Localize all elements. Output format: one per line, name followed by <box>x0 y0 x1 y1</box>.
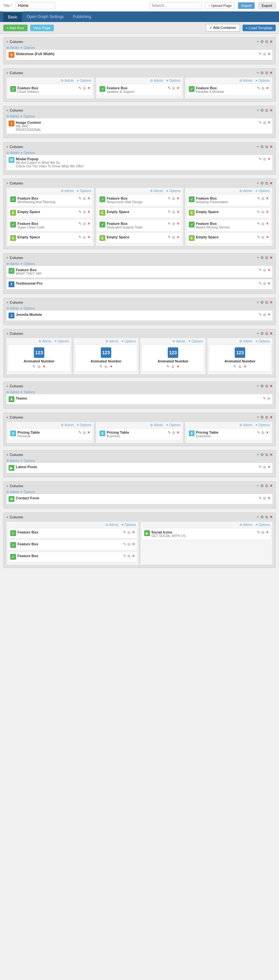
del-icon[interactable]: ✕ <box>266 430 269 435</box>
tab-opengraph[interactable]: Open Graph Settings <box>22 12 68 22</box>
edit-icon[interactable]: ✎ <box>166 364 170 369</box>
admin-link[interactable]: ⚙ Admin <box>6 151 19 154</box>
add-icon[interactable]: + <box>257 331 259 336</box>
options-link[interactable]: ✦ Options <box>121 523 136 527</box>
edit-icon[interactable]: ✎ <box>123 530 126 535</box>
edit-icon[interactable]: ✎ <box>258 496 262 500</box>
del-icon[interactable]: ✕ <box>266 235 269 239</box>
edit-icon[interactable]: ✎ <box>233 364 236 369</box>
edit-icon[interactable]: ✎ <box>168 86 171 90</box>
del-icon[interactable]: ✕ <box>177 86 179 90</box>
edit-icon[interactable]: ✎ <box>258 465 262 469</box>
settings-icon[interactable]: ⚙ <box>260 515 264 519</box>
options-link[interactable]: ✦ Options <box>76 79 91 83</box>
settings-icon[interactable]: ⚙ <box>260 108 264 113</box>
options-link[interactable]: ✦ Options <box>54 339 69 343</box>
edit-icon[interactable]: ✎ <box>32 364 35 369</box>
view-page-button[interactable]: View Page <box>30 25 54 31</box>
del-icon[interactable]: ✕ <box>109 364 113 369</box>
edit-icon[interactable]: ✎ <box>257 430 260 435</box>
del-icon[interactable]: ✕ <box>268 157 271 161</box>
plus-icon[interactable]: + <box>6 256 8 260</box>
options-link[interactable]: ✦ Options <box>20 307 35 310</box>
dupe-icon[interactable]: ◎ <box>37 364 41 369</box>
settings-icon[interactable]: ⚙ <box>260 484 264 488</box>
dupe-icon[interactable]: ◎ <box>172 430 175 435</box>
settings-icon[interactable]: ⚙ <box>260 415 264 420</box>
delete-icon[interactable]: ✕ <box>269 331 273 336</box>
dupe-icon[interactable]: ◎ <box>172 210 175 214</box>
dupe-icon[interactable]: ◎ <box>105 364 108 369</box>
edit-icon[interactable]: ✎ <box>258 313 262 317</box>
del-icon[interactable]: ✕ <box>268 121 271 125</box>
options-link[interactable]: ✦ Options <box>188 339 203 343</box>
edit-icon[interactable]: ✎ <box>78 430 81 435</box>
dupe-icon[interactable]: ◎ <box>83 210 86 214</box>
edit-icon[interactable]: ✎ <box>168 235 171 239</box>
options-link[interactable]: ✦ Options <box>255 523 270 527</box>
admin-link[interactable]: ⚙ Admin <box>6 459 19 463</box>
del-icon[interactable]: ✕ <box>266 222 269 226</box>
dupe-icon[interactable]: ◎ <box>263 282 266 286</box>
admin-link[interactable]: ⚙ Admin <box>61 79 74 83</box>
add-icon[interactable]: + <box>257 71 259 75</box>
add-icon[interactable]: + <box>257 181 259 186</box>
options-link[interactable]: ✦ Options <box>20 262 35 266</box>
options-link[interactable]: ✦ Options <box>20 115 35 118</box>
edit-icon[interactable]: ✎ <box>78 196 81 200</box>
plus-icon[interactable]: + <box>6 384 8 388</box>
del-icon[interactable]: ✕ <box>266 210 269 214</box>
options-link[interactable]: ✦ Options <box>255 189 270 193</box>
copy-icon[interactable]: ⧉ <box>265 384 268 388</box>
delete-icon[interactable]: ✕ <box>269 300 273 305</box>
dupe-icon[interactable]: ◎ <box>263 157 266 161</box>
delete-icon[interactable]: ✕ <box>269 484 273 488</box>
admin-link[interactable]: ⚙ Admin <box>239 79 252 83</box>
edit-icon[interactable]: ✎ <box>257 196 260 200</box>
del-icon[interactable]: ✕ <box>87 222 90 226</box>
delete-icon[interactable]: ✕ <box>269 255 273 260</box>
edit-icon[interactable]: ✎ <box>257 86 260 90</box>
dupe-icon[interactable]: ◎ <box>83 235 86 239</box>
dupe-icon[interactable]: ◎ <box>172 196 175 200</box>
settings-icon[interactable]: ⚙ <box>260 331 264 336</box>
add-icon[interactable]: + <box>257 515 259 519</box>
options-link[interactable]: ✦ Options <box>76 423 91 427</box>
dupe-icon[interactable]: ◎ <box>171 364 174 369</box>
add-icon[interactable]: + <box>257 452 259 457</box>
copy-icon[interactable]: ⧉ <box>265 415 268 420</box>
delete-icon[interactable]: ✕ <box>269 452 273 457</box>
load-template-button[interactable]: + Load Template <box>243 25 276 31</box>
delete-icon[interactable]: ✕ <box>269 71 273 75</box>
admin-link[interactable]: ⚙ Admin <box>6 390 19 394</box>
add-icon[interactable]: + <box>257 415 259 420</box>
copy-icon[interactable]: ⧉ <box>265 40 268 44</box>
del-icon[interactable]: ✕ <box>266 196 269 200</box>
dupe-icon[interactable]: ◎ <box>263 268 266 272</box>
dupe-icon[interactable]: ◎ <box>127 542 131 546</box>
options-link[interactable]: ✦ Options <box>255 423 270 427</box>
options-link[interactable]: ✦ Options <box>20 390 35 394</box>
edit-icon[interactable]: ✎ <box>168 196 171 200</box>
edit-icon[interactable]: ✎ <box>258 268 262 272</box>
settings-icon[interactable]: ⚙ <box>260 181 264 186</box>
dupe-icon[interactable]: ◎ <box>83 196 86 200</box>
edit-icon[interactable]: ✎ <box>258 282 262 286</box>
admin-link[interactable]: ⚙ Admin <box>61 423 74 427</box>
admin-link[interactable]: ⚙ Admin <box>105 523 119 527</box>
del-icon[interactable]: ✕ <box>132 542 135 546</box>
del-icon[interactable]: ✕ <box>177 196 179 200</box>
plus-icon[interactable]: + <box>6 301 8 304</box>
add-row-button[interactable]: + Add Row <box>3 25 28 31</box>
plus-icon[interactable]: + <box>6 145 8 149</box>
import-button[interactable]: Import <box>238 2 255 9</box>
del-icon[interactable]: ✕ <box>177 430 179 435</box>
options-link[interactable]: ✦ Options <box>20 490 35 494</box>
del-icon[interactable]: ✕ <box>177 210 179 214</box>
settings-icon[interactable]: ⚙ <box>260 452 264 457</box>
edit-icon[interactable]: ✎ <box>263 396 266 401</box>
options-link[interactable]: ✦ Options <box>166 79 181 83</box>
admin-link[interactable]: ⚙ Admin <box>6 490 19 494</box>
options-link[interactable]: ✦ Options <box>255 339 270 343</box>
del-icon[interactable]: ✕ <box>132 554 135 558</box>
